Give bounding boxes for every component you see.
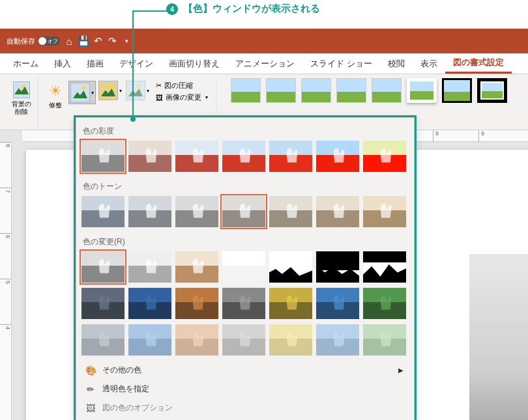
slide-image[interactable]: [469, 254, 528, 420]
recolor-option[interactable]: [316, 324, 359, 356]
compress-label: 図の圧縮: [164, 81, 193, 91]
style-thumb[interactable]: [442, 78, 472, 103]
tab-picture-format[interactable]: 図の書式設定: [445, 53, 512, 74]
save-icon[interactable]: 💾: [78, 36, 89, 46]
recolor-option[interactable]: [175, 288, 218, 319]
transparency-button[interactable]: ▾: [125, 79, 151, 102]
callout-dot: [130, 117, 136, 122]
recolor-option[interactable]: [222, 251, 265, 283]
style-thumb[interactable]: [231, 78, 261, 103]
saturation-option[interactable]: [316, 141, 359, 172]
home-icon[interactable]: ⌂: [64, 36, 74, 46]
remove-bg-icon: [12, 81, 31, 99]
undo-icon[interactable]: ↶: [93, 36, 103, 46]
tone-option[interactable]: [269, 196, 312, 227]
autosave-label: 自動保存: [7, 36, 35, 46]
recolor-option[interactable]: [222, 288, 265, 319]
recolor-option[interactable]: [128, 288, 171, 319]
chevron-down-icon: ▾: [147, 88, 149, 94]
ruler-tick: 5: [0, 279, 11, 324]
tone-option[interactable]: [222, 196, 265, 227]
color-dropdown-popup: 色の彩度 色のトーン: [76, 117, 415, 420]
section-label-recolor: 色の変更(R): [80, 232, 410, 251]
tab-home[interactable]: ホーム: [5, 53, 46, 74]
recolor-option[interactable]: [363, 324, 406, 356]
ruler-tick: 9: [478, 130, 524, 141]
style-thumb[interactable]: [407, 78, 437, 103]
annotation-callout: 4 【色】ウィンドウが表示される: [127, 3, 528, 15]
redo-icon[interactable]: ↷: [107, 36, 117, 46]
more-colors-item[interactable]: 🎨 その他の色 ▶: [80, 361, 410, 380]
recolor-option[interactable]: [363, 251, 406, 283]
recolor-option[interactable]: [269, 251, 312, 283]
toggle-off-icon: オフ: [38, 36, 60, 46]
set-transparent-label: 透明色を指定: [102, 384, 149, 395]
saturation-option[interactable]: [363, 141, 406, 172]
autosave-toggle[interactable]: 自動保存 オフ: [7, 36, 60, 46]
tab-view[interactable]: 表示: [413, 53, 445, 74]
recolor-row-1: [80, 251, 410, 288]
corrections-icon: ☀: [46, 82, 65, 100]
title-bar: 自動保存 オフ ⌂ 💾 ↶ ↷ ▾: [0, 29, 528, 53]
recolor-option[interactable]: [363, 288, 406, 319]
recolor-option[interactable]: [316, 288, 359, 319]
section-label-tone: 色のトーン: [80, 177, 410, 196]
artistic-effects-button[interactable]: ▾: [97, 79, 123, 102]
tone-option[interactable]: [175, 196, 218, 227]
tab-draw[interactable]: 描画: [79, 53, 111, 74]
tab-review[interactable]: 校閲: [380, 53, 413, 74]
saturation-option[interactable]: [81, 141, 125, 172]
saturation-option[interactable]: [175, 141, 218, 172]
tone-option[interactable]: [363, 196, 406, 227]
section-label-saturation: 色の彩度: [80, 122, 410, 141]
recolor-option[interactable]: [81, 251, 125, 283]
corrections-label: 修整: [49, 102, 62, 109]
recolor-row-3: [80, 324, 410, 361]
callout-line: [132, 10, 169, 12]
change-picture-label: 画像の変更: [166, 92, 201, 102]
tone-option[interactable]: [316, 196, 359, 227]
compress-icon: ✂: [156, 81, 162, 90]
style-thumb[interactable]: [477, 78, 507, 103]
style-thumb[interactable]: [266, 78, 296, 103]
recolor-option[interactable]: [175, 324, 218, 356]
tone-option[interactable]: [81, 196, 125, 227]
tab-insert[interactable]: 挿入: [46, 53, 79, 74]
recolor-option[interactable]: [269, 288, 312, 319]
picture-styles-gallery[interactable]: [222, 78, 507, 103]
tab-transitions[interactable]: 画面切り替え: [161, 53, 227, 74]
recolor-option[interactable]: [128, 324, 171, 356]
compress-pictures-button[interactable]: ✂ 図の圧縮: [156, 81, 208, 91]
style-thumb[interactable]: [301, 78, 331, 103]
corrections-button[interactable]: ☀ 修整: [44, 79, 67, 112]
tab-design[interactable]: デザイン: [111, 53, 161, 74]
color-button[interactable]: ▾: [68, 81, 96, 104]
tab-animations[interactable]: アニメーション: [227, 53, 302, 74]
tone-option[interactable]: [128, 196, 171, 227]
recolor-option[interactable]: [128, 251, 171, 283]
style-thumb[interactable]: [336, 78, 366, 103]
saturation-option[interactable]: [128, 141, 171, 172]
saturation-option[interactable]: [222, 141, 265, 172]
chevron-right-icon: ▶: [398, 367, 403, 374]
saturation-option[interactable]: [269, 141, 312, 172]
ruler-tick: 8: [433, 130, 478, 141]
saturation-row: [80, 141, 410, 177]
chevron-down-icon: ▾: [119, 88, 122, 94]
change-picture-button[interactable]: 🖼 画像の変更 ▾: [156, 92, 208, 102]
recolor-option[interactable]: [316, 251, 359, 283]
tab-slideshow[interactable]: スライド ショー: [302, 53, 380, 74]
callout-step-number: 4: [166, 3, 178, 15]
recolor-option[interactable]: [269, 324, 312, 356]
set-transparent-item[interactable]: ✏ 透明色を指定: [80, 380, 410, 399]
picture-color-options-item[interactable]: 🖼 図の色のオプション: [80, 399, 410, 417]
qat-customize-icon[interactable]: ▾: [121, 36, 132, 46]
recolor-option[interactable]: [81, 324, 125, 356]
style-thumb[interactable]: [372, 78, 402, 103]
eyedropper-icon: ✏: [85, 384, 96, 395]
recolor-option[interactable]: [175, 251, 218, 283]
callout-text: 【色】ウィンドウが表示される: [183, 3, 320, 15]
recolor-option[interactable]: [81, 288, 125, 319]
recolor-option[interactable]: [222, 324, 265, 356]
remove-background-button[interactable]: 背景の 削除: [9, 78, 34, 119]
